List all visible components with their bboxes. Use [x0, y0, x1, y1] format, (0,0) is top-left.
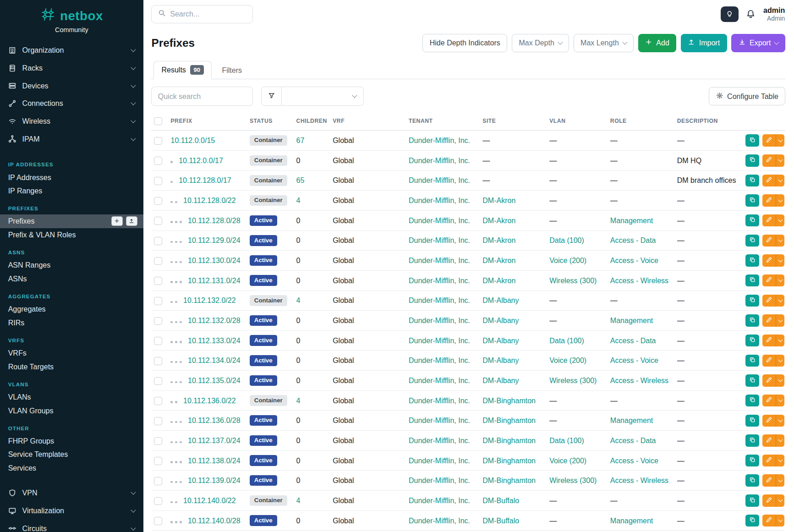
- col-children[interactable]: CHILDREN: [296, 112, 333, 131]
- prefix-link[interactable]: 10.112.138.0/24: [188, 456, 241, 465]
- prefix-link[interactable]: 10.112.136.0/28: [188, 416, 241, 424]
- tenant-link[interactable]: Dunder-Mifflin, Inc.: [409, 256, 470, 264]
- edit-dropdown-button[interactable]: [776, 515, 784, 527]
- sidebar-item-prefixes[interactable]: Prefixes: [0, 214, 143, 228]
- role-link[interactable]: Access - Data: [610, 336, 656, 345]
- prefix-link[interactable]: 10.112.140.0/28: [188, 516, 241, 525]
- user-menu[interactable]: admin Admin: [763, 5, 785, 22]
- prefix-link[interactable]: 10.112.133.0/24: [188, 336, 241, 345]
- edit-button[interactable]: [762, 515, 776, 527]
- copy-button[interactable]: [745, 395, 759, 407]
- prefix-link[interactable]: 10.112.0.0/15: [170, 136, 215, 144]
- edit-dropdown-button[interactable]: [776, 134, 784, 147]
- edit-button[interactable]: [762, 154, 776, 167]
- edit-button[interactable]: [762, 175, 776, 187]
- site-link[interactable]: DM-Albany: [482, 296, 519, 304]
- site-link[interactable]: DM-Albany: [482, 336, 519, 345]
- edit-button[interactable]: [762, 235, 776, 247]
- tenant-link[interactable]: Dunder-Mifflin, Inc.: [409, 296, 470, 304]
- site-link[interactable]: DM-Binghamton: [482, 456, 536, 465]
- copy-button[interactable]: [745, 214, 759, 227]
- row-checkbox[interactable]: [154, 197, 162, 205]
- col-prefix[interactable]: PREFIX: [170, 112, 249, 131]
- children-count-link[interactable]: 67: [296, 136, 305, 144]
- site-link[interactable]: DM-Binghamton: [482, 436, 536, 444]
- prefix-link[interactable]: 10.112.134.0/24: [188, 356, 241, 364]
- row-checkbox[interactable]: [154, 517, 162, 525]
- site-link[interactable]: DM-Akron: [482, 256, 515, 264]
- row-checkbox[interactable]: [154, 397, 162, 405]
- site-link[interactable]: DM-Albany: [482, 356, 519, 364]
- copy-button[interactable]: [745, 274, 759, 287]
- global-search[interactable]: [151, 5, 252, 24]
- row-checkbox[interactable]: [154, 157, 162, 165]
- prefix-link[interactable]: 10.112.136.0/22: [183, 396, 236, 405]
- row-checkbox[interactable]: [154, 177, 162, 185]
- add-prefix-mini-button[interactable]: [111, 216, 122, 226]
- edit-dropdown-button[interactable]: [776, 295, 784, 307]
- role-link[interactable]: Access - Voice: [610, 356, 658, 364]
- tenant-link[interactable]: Dunder-Mifflin, Inc.: [409, 376, 470, 384]
- sidebar-item-ipam[interactable]: IPAM: [0, 130, 143, 148]
- copy-button[interactable]: [745, 335, 759, 347]
- copy-button[interactable]: [745, 374, 759, 387]
- row-checkbox[interactable]: [154, 477, 162, 485]
- tenant-link[interactable]: Dunder-Mifflin, Inc.: [409, 416, 470, 424]
- row-checkbox[interactable]: [154, 497, 162, 505]
- sidebar-item-service-templates[interactable]: Service Templates: [0, 448, 143, 461]
- edit-dropdown-button[interactable]: [776, 374, 784, 387]
- copy-button[interactable]: [745, 355, 759, 367]
- row-checkbox[interactable]: [154, 357, 162, 365]
- edit-button[interactable]: [762, 474, 776, 487]
- vlan-link[interactable]: Voice (200): [549, 456, 586, 465]
- edit-button[interactable]: [762, 214, 776, 227]
- tenant-link[interactable]: Dunder-Mifflin, Inc.: [409, 316, 470, 324]
- sidebar-item-organization[interactable]: Organization: [0, 42, 143, 60]
- tenant-link[interactable]: Dunder-Mifflin, Inc.: [409, 196, 470, 204]
- edit-dropdown-button[interactable]: [776, 254, 784, 267]
- prefix-link[interactable]: 10.112.132.0/28: [188, 316, 241, 324]
- sidebar-item-asn-ranges[interactable]: ASN Ranges: [0, 258, 143, 272]
- prefix-link[interactable]: 10.112.131.0/24: [188, 276, 241, 285]
- site-link[interactable]: DM-Binghamton: [482, 476, 536, 484]
- col-tenant[interactable]: TENANT: [409, 112, 482, 131]
- max-depth-dropdown[interactable]: Max Depth: [512, 34, 569, 52]
- import-button[interactable]: Import: [681, 34, 727, 52]
- col-vrf[interactable]: VRF: [333, 112, 409, 131]
- site-link[interactable]: DM-Buffalo: [482, 516, 519, 525]
- prefix-link[interactable]: 10.112.130.0/24: [188, 256, 241, 264]
- prefix-link[interactable]: 10.112.140.0/22: [183, 496, 236, 505]
- row-checkbox[interactable]: [154, 317, 162, 325]
- sidebar-item-vlans[interactable]: VLANs: [0, 390, 143, 404]
- col-role[interactable]: ROLE: [610, 112, 677, 131]
- tenant-link[interactable]: Dunder-Mifflin, Inc.: [409, 276, 470, 285]
- global-search-input[interactable]: [170, 10, 246, 18]
- edit-button[interactable]: [762, 274, 776, 287]
- edit-dropdown-button[interactable]: [776, 355, 784, 367]
- site-link[interactable]: DM-Akron: [482, 216, 515, 225]
- site-link[interactable]: DM-Albany: [482, 376, 519, 384]
- row-checkbox[interactable]: [154, 457, 162, 465]
- tab-results[interactable]: Results 90: [153, 61, 212, 79]
- vlan-link[interactable]: Voice (200): [549, 356, 586, 364]
- edit-button[interactable]: [762, 295, 776, 307]
- notifications-bell-icon[interactable]: [746, 9, 756, 19]
- sidebar-item-circuits[interactable]: Circuits: [0, 520, 143, 532]
- tenant-link[interactable]: Dunder-Mifflin, Inc.: [409, 436, 470, 444]
- row-checkbox[interactable]: [154, 237, 162, 245]
- role-link[interactable]: Access - Voice: [610, 456, 658, 465]
- sidebar-item-racks[interactable]: Racks: [0, 59, 143, 77]
- row-checkbox[interactable]: [154, 257, 162, 265]
- sidebar-item-asns[interactable]: ASNs: [0, 272, 143, 286]
- row-checkbox[interactable]: [154, 377, 162, 385]
- row-checkbox[interactable]: [154, 417, 162, 425]
- edit-dropdown-button[interactable]: [776, 455, 784, 467]
- edit-dropdown-button[interactable]: [776, 154, 784, 167]
- tenant-link[interactable]: Dunder-Mifflin, Inc.: [409, 156, 470, 165]
- children-count-link[interactable]: 4: [296, 196, 301, 204]
- edit-dropdown-button[interactable]: [776, 335, 784, 347]
- copy-button[interactable]: [745, 434, 759, 447]
- import-prefix-mini-button[interactable]: [126, 216, 137, 226]
- edit-button[interactable]: [762, 134, 776, 147]
- row-checkbox[interactable]: [154, 297, 162, 305]
